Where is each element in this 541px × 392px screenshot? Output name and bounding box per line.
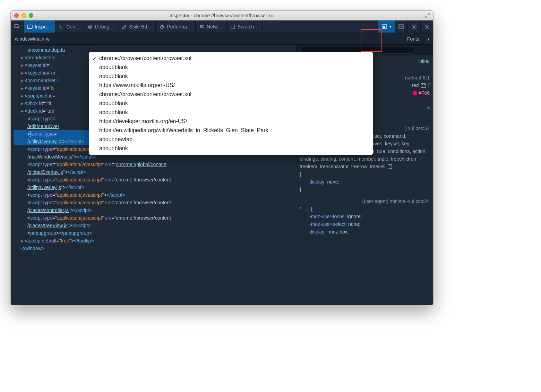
element-picker-icon <box>14 24 20 29</box>
tool-tab-label: Inspe… <box>35 24 51 29</box>
chevron-down-icon: ▾ <box>428 37 430 41</box>
inline-source-label: inline <box>418 58 430 64</box>
frame-popup-item[interactable]: chrome://browser/content/browser.xul <box>89 54 373 63</box>
color-swatch-icon[interactable] <box>413 91 417 95</box>
close-icon <box>424 24 430 29</box>
frame-popup-item[interactable]: about:blank <box>89 99 373 108</box>
frame-popup-item[interactable]: about:newtab <box>89 135 373 144</box>
markup-line[interactable]: ▸<tooltip default="true"></tooltip> <box>14 237 296 245</box>
rule-brace-close: } <box>300 186 430 193</box>
scratchpad-icon <box>230 24 235 29</box>
twisty-icon[interactable]: ▸ <box>21 92 25 100</box>
frame-popup-item[interactable]: https://developer.mozilla.org/en-US/ <box>89 117 373 126</box>
breadcrumb[interactable]: window#main-w <box>15 36 50 42</box>
twisty-icon[interactable]: ▸ <box>21 77 25 84</box>
gear-icon <box>411 24 417 29</box>
tool-tabs: Inspe…Con…Debug…Style Ed…Performa…Netw…S… <box>11 20 433 33</box>
frame-popup-item[interactable]: https://www.mozilla.org/en-US/ <box>89 81 373 90</box>
twisty-icon[interactable]: ▸ <box>21 61 25 69</box>
frame-popup-item[interactable]: https://en.wikipedia.org/wiki/Waterfalls… <box>89 126 373 135</box>
rule-prop-moz-select[interactable]: -moz-user-select: none; <box>300 220 430 228</box>
side-tab-fonts[interactable]: Fonts <box>402 34 424 44</box>
svg-point-3 <box>88 25 92 28</box>
side-tab-more[interactable]: ▾ <box>424 34 433 44</box>
twisty-icon[interactable]: ▸ <box>21 84 25 92</box>
chevron-down-icon: ▾ <box>389 25 391 28</box>
rule-brace-open: { <box>300 170 430 178</box>
split-console-icon <box>398 24 404 29</box>
markup-line[interactable]: <script type="application/javascript" sr… <box>14 161 296 168</box>
twisty-icon[interactable]: ▸ <box>21 69 25 77</box>
tool-tab-style-editor[interactable]: Style Ed… <box>118 20 156 33</box>
tool-tab-label: Debug… <box>95 24 114 29</box>
tool-tab-label: Style Ed… <box>129 24 152 29</box>
rule-source-1[interactable]: rset=utf-8:1 <box>405 75 430 80</box>
console-icon <box>59 24 64 29</box>
rule-selector-star: * { <box>300 205 430 213</box>
tool-tab-label: Netw… <box>207 24 223 29</box>
twisty-icon[interactable]: ▸ <box>21 107 25 115</box>
rule-source-3[interactable]: (user agent) minimal-xul.css:24 <box>362 198 430 204</box>
minimize-window-button[interactable] <box>22 13 26 18</box>
markup-line[interactable]: /places/treeView.js"></script> <box>14 222 296 229</box>
frame-popup-item[interactable]: about:blank <box>89 144 373 153</box>
inspector-icon <box>27 24 33 29</box>
tool-tab-debugger[interactable]: Debug… <box>84 20 118 33</box>
performance-icon <box>159 24 165 29</box>
twisty-icon[interactable]: ▸ <box>21 54 25 61</box>
svg-line-27 <box>412 28 413 28</box>
close-devtools-button[interactable] <box>420 20 433 33</box>
tool-tab-console[interactable]: Con… <box>55 20 84 33</box>
tool-tab-network[interactable]: Netw… <box>196 20 226 33</box>
twisty-icon[interactable]: ▸ <box>21 237 25 245</box>
svg-line-26 <box>415 25 416 26</box>
markup-line[interactable]: /places/controller.js"></script> <box>14 206 296 214</box>
selector-highlighter-icon[interactable] <box>388 164 392 169</box>
devtools-window: Inspector - chrome://browser/content/bro… <box>10 10 433 305</box>
markup-line[interactable]: <script type="application/javascript" sr… <box>14 199 296 206</box>
svg-rect-1 <box>27 25 32 28</box>
close-window-button[interactable] <box>14 13 19 18</box>
markup-line[interactable]: <script type="application/javascript" sr… <box>14 176 296 184</box>
frame-popup-item[interactable]: about:blank <box>89 108 373 117</box>
markup-line[interactable]: /globalOverlay.js"></script> <box>14 168 296 176</box>
breadcrumb-item: window#main-w <box>15 36 50 42</box>
tool-tab-label: Performa… <box>167 24 192 29</box>
svg-rect-5 <box>90 26 91 28</box>
markup-line[interactable]: /utilityOverlay.js"></script> <box>14 184 296 191</box>
rule-prop-display[interactable]: display: none; <box>300 178 430 186</box>
frame-select-popup: chrome://browser/content/browser.xulabou… <box>89 52 373 155</box>
rule-prop-display-overridden[interactable]: display: -moz-box; <box>300 228 430 236</box>
rule-source-2[interactable]: ) xul.css:52 <box>405 126 430 131</box>
fullscreen-icon[interactable] <box>425 13 430 18</box>
tool-tab-label: Con… <box>66 24 80 29</box>
frame-popup-item[interactable]: about:blank <box>89 72 373 81</box>
markup-line[interactable]: <popupgroup></popupgroup> <box>14 229 296 237</box>
svg-rect-4 <box>89 26 90 28</box>
tool-tab-performance[interactable]: Performa… <box>156 20 196 33</box>
frame-popup-item[interactable]: about:blank <box>89 63 373 72</box>
markup-line[interactable]: <script type="application/javascript" sr… <box>14 214 296 222</box>
frame-select-button[interactable]: ▾ <box>378 20 395 33</box>
style-editor-icon <box>121 24 127 29</box>
rule-x-label: x <box>427 104 430 110</box>
twisty-icon[interactable]: ▸ <box>21 100 25 107</box>
network-icon <box>199 24 205 29</box>
svg-rect-16 <box>383 26 385 28</box>
traffic-lights <box>11 13 33 18</box>
tool-tab-label: Scratch… <box>238 24 259 29</box>
pick-element-button[interactable] <box>11 20 24 33</box>
rule-prop-moz-focus[interactable]: -moz-user-focus: ignore; <box>300 213 430 220</box>
titlebar: Inspector - chrome://browser/content/bro… <box>11 11 433 20</box>
selector-highlighter-icon[interactable] <box>304 207 308 211</box>
markup-line[interactable]: </window> <box>14 245 296 252</box>
markup-line[interactable]: <script type="application/javascript"></… <box>14 191 296 199</box>
tool-tab-scratchpad[interactable]: Scratch… <box>226 20 263 33</box>
frame-popup-item[interactable]: chrome://browser/content/browser.xul <box>89 90 373 99</box>
debugger-icon <box>87 24 93 29</box>
tool-tab-inspector[interactable]: Inspe… <box>24 20 55 33</box>
settings-button[interactable] <box>407 20 420 33</box>
zoom-window-button[interactable] <box>29 13 33 18</box>
frame-select-icon <box>382 24 387 29</box>
split-console-button[interactable] <box>395 20 407 33</box>
